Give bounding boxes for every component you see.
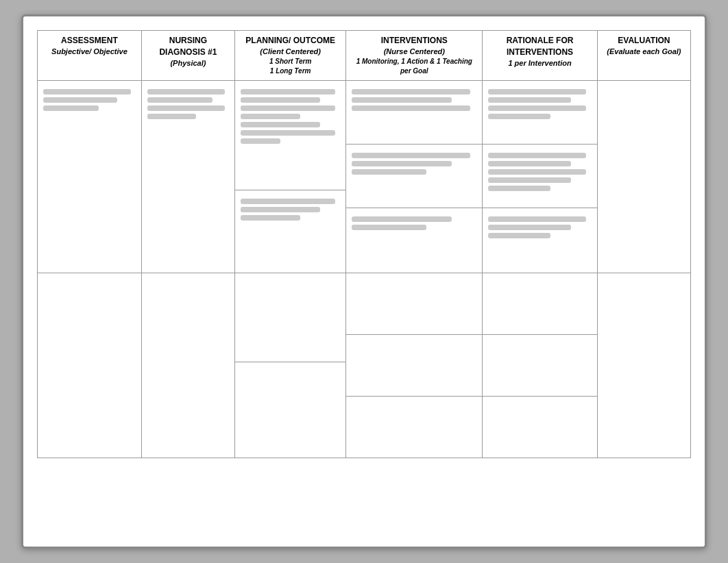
blur-line (241, 114, 300, 119)
blur-line (241, 97, 320, 103)
header-nursing: NURSING DIAGNOSIS #1 (Physical) (141, 31, 234, 81)
row1-nursing-cell (141, 81, 234, 273)
blur-line (241, 122, 320, 127)
blur-line (488, 89, 586, 95)
header-rationale: RATIONALE FOR INTERVENTIONS 1 per Interv… (483, 31, 598, 81)
interventions-title: INTERVENTIONS (352, 35, 476, 47)
interventions-sub: (Nurse Centered) (352, 47, 476, 57)
header-assessment: ASSESSMENT Subjective/ Objective (38, 31, 142, 81)
planning-sub: (Client Centered) (241, 47, 340, 57)
blur-line (352, 153, 470, 158)
row1-interventions-cell (346, 81, 483, 273)
planning-detail1: 1 Short Term (241, 57, 340, 66)
blur-line (147, 97, 213, 103)
blur-line (43, 105, 99, 111)
blur-line (488, 114, 550, 119)
blur-line (488, 97, 570, 103)
blur-line (241, 199, 335, 204)
blur-line (488, 153, 586, 158)
page-container: ASSESSMENT Subjective/ Objective NURSING… (21, 14, 707, 549)
header-evaluation: EVALUATION (Evaluate each Goal) (597, 31, 690, 81)
planning-title: PLANNING/ OUTCOME (241, 35, 340, 47)
blur-line (241, 89, 335, 95)
blur-line (241, 215, 300, 221)
blur-line (488, 216, 586, 222)
blur-line (352, 169, 426, 175)
rationale-title: RATIONALE FOR INTERVENTIONS (488, 35, 592, 58)
blur-line (43, 89, 131, 95)
row2-assessment-cell (38, 273, 142, 458)
row1-assessment-cell (38, 81, 142, 273)
blur-line (43, 97, 117, 103)
blur-line (241, 105, 335, 111)
blur-line (241, 138, 280, 144)
blur-line (488, 169, 586, 175)
blur-line (352, 216, 452, 222)
row2-evaluation-cell (597, 273, 690, 458)
evaluation-sub: (Evaluate each Goal) (603, 47, 685, 57)
blur-line (147, 114, 196, 119)
row2-planning-cell (234, 273, 345, 458)
assessment-title: ASSESSMENT (43, 35, 136, 47)
blur-line (352, 105, 470, 111)
blur-line (488, 161, 570, 166)
row1-planning-cell (234, 81, 345, 273)
row2-rationale-cell (483, 273, 598, 458)
row2-nursing-cell (141, 273, 234, 458)
blur-line (488, 233, 550, 238)
blur-line (352, 225, 426, 230)
blur-line (352, 97, 452, 103)
row1-evaluation-cell (597, 81, 690, 273)
evaluation-title: EVALUATION (603, 35, 685, 47)
blur-line (147, 105, 225, 111)
row2-interventions-cell (346, 273, 483, 458)
blur-line (352, 89, 470, 95)
blur-line (488, 186, 550, 191)
blur-line (147, 89, 225, 95)
nursing-sub: (Physical) (147, 58, 229, 68)
blur-line (488, 177, 570, 183)
blur-line (488, 105, 586, 111)
assessment-sub: Subjective/ Objective (43, 47, 136, 57)
blur-line (352, 161, 452, 166)
header-planning: PLANNING/ OUTCOME (Client Centered) 1 Sh… (234, 31, 345, 81)
planning-detail2: 1 Long Term (241, 66, 340, 76)
rationale-sub: 1 per Intervention (488, 58, 592, 68)
row1-rationale-cell (483, 81, 598, 273)
header-interventions: INTERVENTIONS (Nurse Centered) 1 Monitor… (346, 31, 483, 81)
blur-line (241, 207, 320, 212)
interventions-detail: 1 Monitoring, 1 Action & 1 Teaching per … (352, 57, 476, 76)
blur-line (488, 225, 570, 230)
nursing-title: NURSING DIAGNOSIS #1 (147, 35, 229, 58)
blur-line (241, 130, 335, 136)
care-plan-table: ASSESSMENT Subjective/ Objective NURSING… (37, 30, 691, 458)
